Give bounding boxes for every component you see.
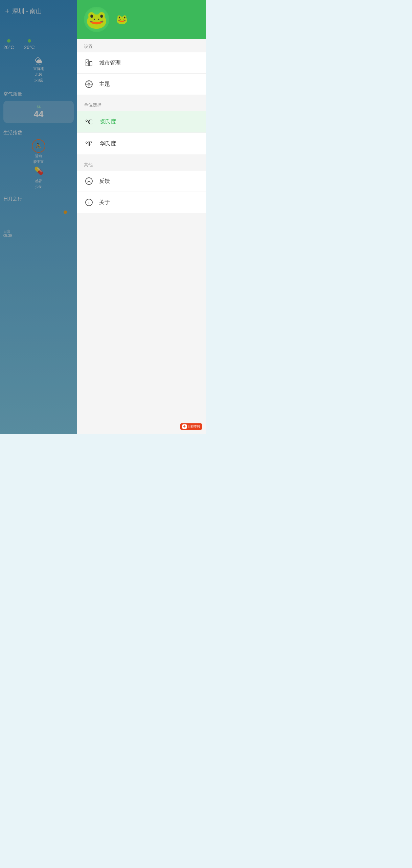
city-management-item[interactable]: 城市管理 <box>77 52 206 74</box>
watermark-today: 今 <box>182 424 187 429</box>
other-menu-group: 反馈 关于 <box>77 171 206 213</box>
watermark: 今 日都市网 <box>180 423 202 430</box>
svg-rect-1 <box>90 61 92 66</box>
settings-section-header: 设置 <box>77 39 206 52</box>
celsius-item[interactable]: °C 摄氏度 <box>77 111 206 133</box>
celsius-icon: °C <box>84 116 95 127</box>
frog-icon <box>84 7 109 32</box>
svg-point-14 <box>86 178 92 184</box>
watermark-text: 日都市网 <box>188 424 200 429</box>
drawer-content: 设置 城市管理 <box>77 39 206 434</box>
fahrenheit-item[interactable]: °F 华氏度 <box>77 133 206 154</box>
feedback-item[interactable]: 反馈 <box>77 171 206 192</box>
settings-drawer: 🐸 设置 城市管理 <box>77 0 206 434</box>
about-label: 关于 <box>99 199 110 206</box>
unit-section-header: 单位选择 <box>77 97 206 111</box>
city-management-label: 城市管理 <box>99 59 121 67</box>
svg-rect-0 <box>86 60 88 66</box>
fahrenheit-icon: °F <box>84 138 95 149</box>
building-icon <box>84 58 94 68</box>
svg-text:°C: °C <box>85 118 93 126</box>
theme-item[interactable]: 主题 <box>77 74 206 95</box>
feedback-icon <box>84 176 94 186</box>
unit-menu-group: °C 摄氏度 °F 华氏度 <box>77 111 206 154</box>
theme-label: 主题 <box>99 81 110 88</box>
about-item[interactable]: 关于 <box>77 192 206 213</box>
frog-hat-icon: 🐸 <box>116 14 128 25</box>
info-icon <box>84 197 94 207</box>
fahrenheit-label: 华氏度 <box>100 140 116 147</box>
palette-icon <box>84 79 94 89</box>
other-section-header: 其他 <box>77 157 206 171</box>
svg-text:°F: °F <box>85 140 92 148</box>
feedback-label: 反馈 <box>99 178 110 185</box>
celsius-label: 摄氏度 <box>100 118 116 125</box>
avatar <box>84 7 109 32</box>
settings-menu-group: 城市管理 主题 <box>77 52 206 95</box>
drawer-header: 🐸 <box>77 0 206 39</box>
